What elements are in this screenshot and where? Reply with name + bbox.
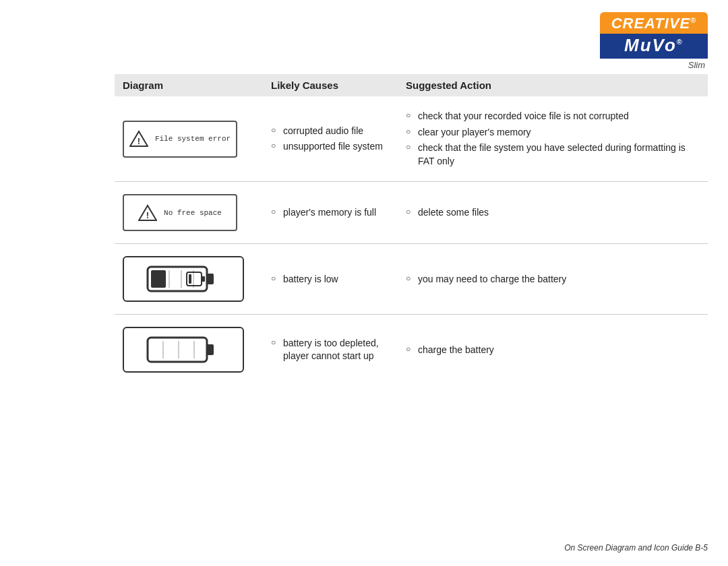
action-cell-battery-empty: charge the battery bbox=[398, 315, 708, 385]
causes-list-no-space: player's memory is full bbox=[271, 205, 390, 221]
action-list-battery-low: you may need to charge the battery bbox=[406, 272, 700, 288]
slim-label: Slim bbox=[600, 59, 708, 70]
svg-rect-6 bbox=[151, 270, 166, 288]
diagram-cell-battery-empty bbox=[115, 315, 263, 385]
footer-text: On Screen Diagram and Icon Guide B-5 bbox=[564, 543, 708, 553]
causes-cell-no-space: player's memory is full bbox=[263, 182, 398, 244]
action-cell-battery-low: you may need to charge the battery bbox=[398, 244, 708, 315]
action-list-no-space: delete some files bbox=[406, 205, 700, 221]
registered-mark: ® bbox=[690, 16, 696, 24]
header-action: Suggested Action bbox=[398, 74, 708, 96]
muvo-logo: MuVo® bbox=[600, 34, 708, 59]
warning-triangle-icon: ! bbox=[129, 129, 148, 148]
list-item: you may need to charge the battery bbox=[406, 272, 700, 288]
main-content: Diagram Likely Causes Suggested Action !… bbox=[115, 74, 708, 385]
diagram-table: Diagram Likely Causes Suggested Action !… bbox=[115, 74, 708, 385]
action-cell-fs-error: check that your recorded voice file is n… bbox=[398, 96, 708, 182]
action-cell-no-space: delete some files bbox=[398, 182, 708, 244]
list-item: check that your recorded voice file is n… bbox=[406, 108, 700, 125]
muvo-registered: ® bbox=[677, 38, 684, 46]
action-list-battery-empty: charge the battery bbox=[406, 342, 700, 358]
svg-text:!: ! bbox=[146, 210, 149, 220]
svg-rect-12 bbox=[189, 274, 191, 284]
diagram-cell-fs-error: ! File system error bbox=[115, 96, 263, 182]
table-row: battery is low you may need to charge th… bbox=[115, 244, 708, 315]
svg-rect-14 bbox=[207, 344, 214, 355]
no-space-display: ! No free space bbox=[123, 194, 237, 231]
header-causes: Likely Causes bbox=[263, 74, 398, 96]
diagram-cell-no-space: ! No free space bbox=[115, 182, 263, 244]
table-row: battery is too depleted, player cannot s… bbox=[115, 315, 708, 385]
table-row: ! No free space player's memory is full … bbox=[115, 182, 708, 244]
list-item: delete some files bbox=[406, 205, 700, 221]
warning-triangle-icon-2: ! bbox=[138, 203, 157, 222]
svg-text:!: ! bbox=[138, 136, 140, 146]
header-diagram: Diagram bbox=[115, 74, 263, 96]
fs-error-display: ! File system error bbox=[123, 121, 237, 158]
list-item: battery is too depleted, player cannot s… bbox=[271, 336, 390, 365]
battery-low-display bbox=[123, 256, 244, 302]
list-item: unsupported file system bbox=[271, 139, 390, 155]
action-list-fs-error: check that your recorded voice file is n… bbox=[406, 108, 700, 169]
list-item: battery is low bbox=[271, 272, 390, 288]
causes-cell-battery-empty: battery is too depleted, player cannot s… bbox=[263, 315, 398, 385]
list-item: player's memory is full bbox=[271, 205, 390, 221]
causes-list-fs-error: corrupted audio file unsupported file sy… bbox=[271, 123, 390, 155]
battery-low-icon bbox=[146, 261, 220, 296]
causes-cell-fs-error: corrupted audio file unsupported file sy… bbox=[263, 96, 398, 182]
table-row: ! File system error corrupted audio file… bbox=[115, 96, 708, 182]
causes-list-battery-low: battery is low bbox=[271, 272, 390, 288]
no-space-label: No free space bbox=[164, 209, 222, 217]
list-item: check that the file system you have sele… bbox=[406, 140, 700, 169]
svg-rect-11 bbox=[202, 276, 205, 282]
creative-logo: CREATIVE® bbox=[600, 12, 708, 34]
causes-cell-battery-low: battery is low bbox=[263, 244, 398, 315]
svg-rect-13 bbox=[148, 338, 207, 362]
battery-empty-display bbox=[123, 327, 244, 373]
svg-rect-5 bbox=[207, 274, 214, 284]
causes-list-battery-empty: battery is too depleted, player cannot s… bbox=[271, 336, 390, 365]
diagram-cell-battery-low bbox=[115, 244, 263, 315]
list-item: clear your player's memory bbox=[406, 125, 700, 141]
list-item: charge the battery bbox=[406, 342, 700, 358]
logo: CREATIVE® MuVo® Slim bbox=[600, 12, 708, 70]
list-item: corrupted audio file bbox=[271, 123, 390, 139]
battery-empty-icon bbox=[146, 332, 220, 367]
fs-error-label: File system error bbox=[155, 135, 231, 143]
